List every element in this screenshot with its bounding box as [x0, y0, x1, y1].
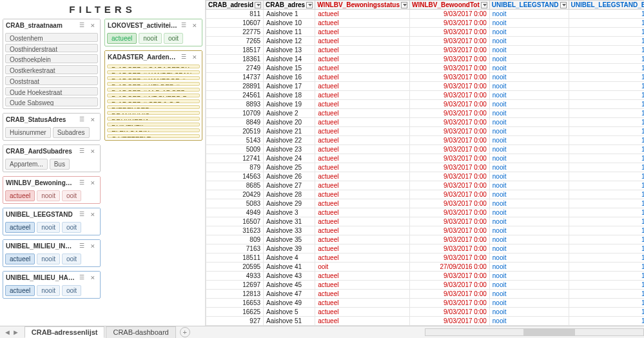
column-header-leeg[interactable]: UNIBEL_LEEGSTAND: [489, 1, 569, 10]
cell[interactable]: 9/03/2017 0:00: [409, 82, 489, 91]
cell[interactable]: actueel: [315, 281, 410, 290]
cell[interactable]: 8849: [206, 118, 264, 127]
clear-filter-icon[interactable]: ⨯: [88, 115, 97, 124]
cell[interactable]: actueel: [315, 208, 410, 217]
cell[interactable]: 9/03/2017 0:00: [409, 181, 489, 190]
cell[interactable]: nooit: [489, 208, 569, 217]
cell[interactable]: nooit: [489, 281, 569, 290]
table-row[interactable]: 12697Aaishove 45actueel9/03/2017 0:00noo…: [206, 281, 645, 290]
table-row[interactable]: 10607Aaishove 10actueel9/03/2017 0:00noo…: [206, 19, 645, 28]
cell[interactable]: 1/01/1900 0:: [569, 19, 644, 28]
cell[interactable]: 12813: [206, 290, 264, 299]
cell[interactable]: 9/03/2017 0:00: [409, 281, 489, 290]
table-row[interactable]: 5083Aaishove 29actueel9/03/2017 0:00nooi…: [206, 199, 645, 208]
cell[interactable]: nooit: [489, 73, 569, 82]
table-row[interactable]: 5009Aaishove 23actueel9/03/2017 0:00nooi…: [206, 145, 645, 154]
cell[interactable]: 1/01/1900 0:: [569, 181, 644, 190]
cell[interactable]: actueel: [315, 73, 410, 82]
slicer-item[interactable]: nooit: [37, 254, 60, 264]
cell[interactable]: Aaishove 13: [264, 46, 315, 55]
cell[interactable]: nooit: [489, 82, 569, 91]
cell[interactable]: 1/01/1900 0:: [569, 299, 644, 308]
cell[interactable]: 1/01/1900 0:: [569, 254, 644, 263]
cell[interactable]: 5083: [206, 199, 264, 208]
cell[interactable]: 10709: [206, 109, 264, 118]
sheet-nav-prev-icon[interactable]: ◄: [4, 328, 11, 336]
cell[interactable]: 1/01/1900 0:: [569, 73, 644, 82]
slicer-item[interactable]: G.VEETEELT: [107, 134, 200, 138]
cell[interactable]: 16507: [206, 217, 264, 226]
cell[interactable]: Aaishove 31: [264, 217, 315, 226]
horizontal-scrollbar[interactable]: [425, 328, 644, 336]
cell[interactable]: actueel: [315, 181, 410, 190]
slicer-item[interactable]: actueel: [107, 33, 137, 44]
table-row[interactable]: 811Aaishove 1actueel9/03/2017 0:00nooit1…: [206, 10, 645, 19]
table-row[interactable]: 4933Aaishove 43actueel9/03/2017 0:00nooi…: [206, 272, 645, 281]
slicer-item[interactable]: nooit: [37, 285, 60, 296]
cell[interactable]: 4949: [206, 208, 264, 217]
cell[interactable]: 5009: [206, 145, 264, 154]
slicer-item[interactable]: D.AP.GEB.# NT.OVERD.P: [107, 94, 200, 97]
cell[interactable]: 9/03/2017 0:00: [409, 308, 489, 317]
slicer-item[interactable]: Huisnummer: [5, 127, 51, 138]
cell[interactable]: 1/01/1900 0:: [569, 263, 644, 272]
cell[interactable]: 9/03/2017 0:00: [409, 100, 489, 109]
cell[interactable]: actueel: [315, 235, 410, 244]
cell[interactable]: nooit: [489, 10, 569, 19]
cell[interactable]: Aaishove 45: [264, 281, 315, 290]
cell[interactable]: actueel: [315, 37, 410, 46]
cell[interactable]: 1/01/1900 0:: [569, 235, 644, 244]
slicer-item[interactable]: D.AP.GEB.# M.D.AP.GEB: [107, 88, 200, 92]
cell[interactable]: actueel: [315, 82, 410, 91]
slicer-item[interactable]: D.AP.GEB.# KANTOOR #: [107, 76, 200, 80]
filter-dropdown-icon[interactable]: [255, 2, 261, 8]
multiselect-icon[interactable]: ☰: [77, 115, 86, 124]
cell[interactable]: nooit: [489, 317, 569, 326]
table-row[interactable]: 18361Aaishove 14actueel9/03/2017 0:00noo…: [206, 55, 645, 64]
cell[interactable]: Aaishove 23: [264, 145, 315, 154]
cell[interactable]: actueel: [315, 118, 410, 127]
table-row[interactable]: 18511Aaishove 4actueel9/03/2017 0:00nooi…: [206, 254, 645, 263]
cell[interactable]: 9/03/2017 0:00: [409, 290, 489, 299]
cell[interactable]: nooit: [489, 19, 569, 28]
table-row[interactable]: 16625Aaishove 5actueel9/03/2017 0:00nooi…: [206, 308, 645, 317]
cell[interactable]: 1/01/1900 0:: [569, 10, 644, 19]
slicer-item[interactable]: ooit: [62, 285, 81, 296]
cell[interactable]: actueel: [315, 217, 410, 226]
cell[interactable]: nooit: [489, 254, 569, 263]
column-header-bewstat[interactable]: WINLBV_Bewoningsstatus: [315, 1, 410, 10]
cell[interactable]: 7265: [206, 37, 264, 46]
table-row[interactable]: 28891Aaishove 17actueel9/03/2017 0:00noo…: [206, 82, 645, 91]
slicer-item[interactable]: D.AP.GEB.# HANDELSPAN: [107, 70, 200, 74]
table-row[interactable]: 8849Aaishove 20actueel9/03/2017 0:00nooi…: [206, 118, 645, 127]
cell[interactable]: 1/01/1900 0:: [569, 109, 644, 118]
cell[interactable]: nooit: [489, 244, 569, 254]
cell[interactable]: actueel: [315, 317, 410, 326]
cell[interactable]: 1/01/1900 0:: [569, 127, 644, 136]
cell[interactable]: 5143: [206, 136, 264, 145]
cell[interactable]: Aaishove 29: [264, 199, 315, 208]
cell[interactable]: 1/01/1900 0:: [569, 281, 644, 290]
cell[interactable]: 9/03/2017 0:00: [409, 208, 489, 217]
cell[interactable]: 2749: [206, 64, 264, 73]
cell[interactable]: Aaishove 3: [264, 208, 315, 217]
cell[interactable]: 1/01/1900 0:: [569, 118, 644, 127]
cell[interactable]: actueel: [315, 290, 410, 299]
cell[interactable]: nooit: [489, 136, 569, 145]
cell[interactable]: Aaishove 28: [264, 190, 315, 199]
cell[interactable]: actueel: [315, 145, 410, 154]
cell[interactable]: 9/03/2017 0:00: [409, 37, 489, 46]
cell[interactable]: 1/01/1900 0:: [569, 82, 644, 91]
add-sheet-button[interactable]: +: [180, 327, 190, 337]
cell[interactable]: 1/01/1900 0:: [569, 244, 644, 254]
cell[interactable]: actueel: [315, 109, 410, 118]
cell[interactable]: 20519: [206, 127, 264, 136]
cell[interactable]: nooit: [489, 217, 569, 226]
cell[interactable]: 9/03/2017 0:00: [409, 190, 489, 199]
table-row[interactable]: 879Aaishove 25actueel9/03/2017 0:00nooit…: [206, 163, 645, 172]
cell[interactable]: 1/01/1900 0:: [569, 199, 644, 208]
sheet-tab[interactable]: CRAB-dashboard: [106, 326, 175, 338]
slicer-item[interactable]: actueel: [5, 285, 35, 296]
cell[interactable]: nooit: [489, 272, 569, 281]
cell[interactable]: Aaishove 15: [264, 64, 315, 73]
